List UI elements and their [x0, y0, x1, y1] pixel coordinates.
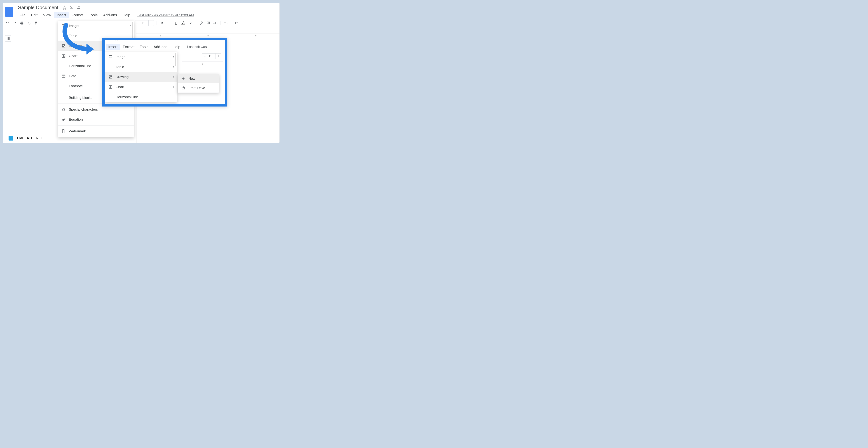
menu-format[interactable]: Format — [69, 12, 86, 19]
insert-watermark-item[interactable]: Watermark — [58, 126, 134, 136]
svg-rect-26 — [109, 56, 112, 58]
font-size-decrease[interactable]: − — [135, 21, 140, 26]
menu-edit[interactable]: Edit — [28, 12, 40, 19]
line-spacing-button[interactable] — [234, 21, 239, 26]
template-logo-icon: T — [8, 136, 13, 140]
inset-font-size-increase[interactable]: + — [216, 54, 221, 59]
drawing-from-drive-item[interactable]: From Drive — [178, 83, 219, 93]
inset-font-size-control[interactable]: − 11.5 + — [202, 53, 221, 59]
print-button[interactable] — [19, 21, 24, 26]
insert-link-button[interactable] — [198, 21, 204, 26]
equation-icon: π² — [61, 117, 66, 122]
inset-last-edit-link[interactable]: Last edit was — [187, 45, 207, 49]
svg-rect-24 — [63, 76, 63, 77]
last-edit-link[interactable]: Last edit was yesterday at 10:09 AM — [137, 13, 194, 17]
spellcheck-button[interactable] — [26, 21, 31, 26]
menu-tools[interactable]: Tools — [86, 12, 100, 19]
inset-font-dropdown[interactable] — [195, 54, 200, 59]
svg-rect-7 — [7, 37, 7, 38]
font-size-control[interactable]: − 11.5 + — [135, 20, 154, 26]
font-size-value[interactable]: 11.5 — [140, 21, 148, 25]
move-folder-icon[interactable] — [69, 6, 74, 10]
highlight-button[interactable] — [188, 21, 193, 26]
inset-font-size-value[interactable]: 11.5 — [207, 55, 216, 58]
chart-icon — [108, 85, 113, 89]
submenu-arrow-icon — [173, 76, 174, 78]
svg-rect-23 — [62, 75, 65, 76]
inset-ruler: 2 — [182, 62, 223, 66]
insert-image-item[interactable]: Image — [58, 21, 134, 31]
submenu-arrow-icon — [173, 66, 174, 68]
cloud-status-icon[interactable] — [76, 6, 81, 10]
header: Sample Document File Edit View Insert Fo… — [3, 3, 279, 19]
drawing-new-item[interactable]: New — [178, 74, 219, 83]
inset-insert-chart-item[interactable]: Chart — [105, 82, 177, 92]
toolbar-separator — [220, 21, 221, 25]
svg-rect-2 — [8, 13, 10, 13]
svg-rect-12 — [8, 39, 10, 40]
menu-label: Date — [69, 74, 76, 78]
inset-insert-image-item[interactable]: Image — [105, 52, 177, 62]
menu-label: Horizontal line — [116, 95, 138, 99]
svg-rect-1 — [8, 12, 11, 12]
inset-insert-table-item[interactable]: Table — [105, 62, 177, 72]
outline-toggle-button[interactable] — [5, 35, 11, 42]
menu-help[interactable]: Help — [120, 12, 133, 19]
svg-rect-3 — [213, 22, 216, 24]
drawing-icon — [108, 75, 113, 79]
ruler-tick: 4 — [159, 34, 161, 37]
svg-rect-31 — [110, 87, 110, 88]
paint-format-button[interactable] — [33, 21, 38, 26]
redo-button[interactable] — [12, 21, 17, 26]
undo-button[interactable] — [5, 21, 10, 26]
svg-point-25 — [63, 131, 64, 132]
toolbar: − 11.5 + B I U A — [3, 19, 279, 28]
menu-addons[interactable]: Add-ons — [101, 12, 120, 19]
template-net-watermark: T TEMPLATE.NET — [8, 136, 43, 140]
add-comment-button[interactable] — [206, 21, 211, 26]
insert-image-button[interactable] — [213, 21, 218, 26]
inset-menu-insert[interactable]: Insert — [106, 44, 120, 50]
menu-view[interactable]: View — [40, 12, 54, 19]
menu-label: Horizontal line — [69, 64, 91, 68]
ruler-tick: 6 — [255, 34, 257, 37]
text-color-button[interactable]: A — [181, 21, 186, 26]
inset-menu-format[interactable]: Format — [120, 44, 137, 50]
svg-rect-10 — [8, 38, 10, 39]
document-title[interactable]: Sample Document — [17, 4, 60, 11]
docs-logo-icon[interactable] — [5, 7, 13, 17]
menu-file[interactable]: File — [17, 12, 28, 19]
inset-insert-hr-item[interactable]: Horizontal line — [105, 92, 177, 102]
menu-label: Table — [116, 65, 124, 69]
inset-menu-addons[interactable]: Add-ons — [151, 44, 170, 50]
horizontal-ruler: 4 5 6 — [136, 33, 280, 38]
star-icon — [115, 38, 118, 40]
menu-label: Building blocks — [69, 96, 92, 100]
svg-rect-11 — [7, 39, 7, 40]
horizontal-line-icon — [61, 64, 66, 68]
italic-button[interactable]: I — [166, 21, 172, 26]
inset-insert-drawing-item[interactable]: Drawing — [105, 72, 177, 82]
align-button[interactable] — [223, 21, 228, 26]
ruler-tick: 5 — [208, 34, 209, 37]
svg-rect-19 — [63, 55, 64, 57]
drawing-submenu: New From Drive — [178, 74, 219, 93]
svg-rect-20 — [64, 56, 64, 57]
menu-label: Chart — [69, 54, 78, 58]
menu-label: Image — [69, 24, 79, 28]
inset-insert-dropdown: Image Table Drawing Chart — [105, 52, 177, 102]
inset-menu-help[interactable]: Help — [170, 44, 183, 50]
star-icon[interactable] — [62, 6, 67, 10]
inset-font-size-decrease[interactable]: − — [202, 54, 207, 59]
menu-insert[interactable]: Insert — [54, 12, 69, 19]
plus-icon — [181, 76, 186, 81]
bold-button[interactable]: B — [159, 21, 164, 26]
inset-ruler-tick: 2 — [202, 63, 203, 65]
inset-menu-tools[interactable]: Tools — [137, 44, 151, 50]
inset-zoom-panel: ument Insert Format Tools Add-ons Help L… — [102, 38, 227, 106]
insert-equation-item[interactable]: π² Equation — [58, 115, 134, 125]
underline-button[interactable]: U — [174, 21, 179, 26]
font-size-increase[interactable]: + — [149, 21, 154, 26]
menu-label: Equation — [69, 118, 83, 122]
blank-icon — [61, 84, 66, 88]
